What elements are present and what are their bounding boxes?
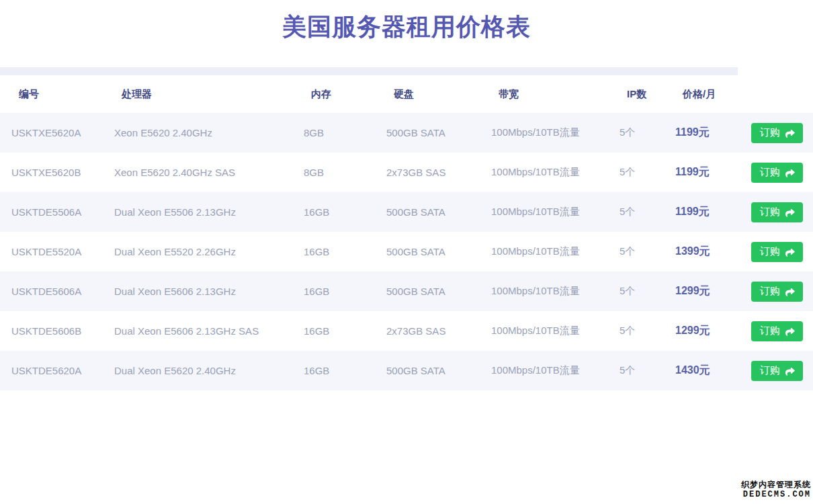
cell-order: 订购 <box>742 192 813 232</box>
cell-server-id: USKTDE5506A <box>0 192 114 232</box>
cell-ram: 16GB <box>304 351 386 390</box>
cell-ip-count: 5个 <box>619 232 675 271</box>
cell-bandwidth: 100Mbps/10TB流量 <box>491 192 619 232</box>
cell-server-id: USKTDE5606A <box>0 271 114 311</box>
cell-cpu: Dual Xeon E5520 2.26GHz <box>114 232 304 271</box>
order-button[interactable]: 订购 <box>751 321 803 341</box>
cell-ip-count: 5个 <box>619 351 675 390</box>
forward-arrow-icon <box>785 168 795 177</box>
cell-cpu: Xeon E5620 2.40GHz SAS <box>114 153 304 192</box>
cell-price: 1199元 <box>675 113 742 153</box>
cell-order: 订购 <box>742 311 813 351</box>
order-button-label: 订购 <box>760 245 780 258</box>
cell-disk: 500GB SATA <box>386 113 491 153</box>
cell-bandwidth: 100Mbps/10TB流量 <box>491 271 619 311</box>
column-header-id: 编号 <box>0 75 114 113</box>
cell-price: 1399元 <box>675 232 742 271</box>
table-row: USKTXE5620A Xeon E5620 2.40GHz 8GB 500GB… <box>0 113 813 153</box>
cell-ip-count: 5个 <box>619 311 675 351</box>
cell-bandwidth: 100Mbps/10TB流量 <box>491 153 619 192</box>
cell-ram: 8GB <box>304 153 386 192</box>
cell-cpu: Dual Xeon E5606 2.13GHz SAS <box>114 311 304 351</box>
cell-bandwidth: 100Mbps/10TB流量 <box>491 351 619 390</box>
cell-server-id: USKTXE5620B <box>0 153 114 192</box>
cell-ram: 16GB <box>304 311 386 351</box>
order-button[interactable]: 订购 <box>751 242 803 262</box>
cell-order: 订购 <box>742 271 813 311</box>
cell-disk: 500GB SATA <box>386 351 491 390</box>
forward-arrow-icon <box>785 287 795 296</box>
table-row: USKTDE5520A Dual Xeon E5520 2.26GHz 16GB… <box>0 232 813 271</box>
table-header-row: 编号 处理器 内存 硬盘 带宽 IP数 价格/月 <box>0 75 813 113</box>
cell-ram: 16GB <box>304 192 386 232</box>
forward-arrow-icon <box>785 327 795 336</box>
table-row: USKTDE5606B Dual Xeon E5606 2.13GHz SAS … <box>0 311 813 351</box>
cell-server-id: USKTDE5620A <box>0 351 114 390</box>
column-header-ram: 内存 <box>304 75 386 113</box>
cell-bandwidth: 100Mbps/10TB流量 <box>491 232 619 271</box>
cell-ram: 16GB <box>304 232 386 271</box>
forward-arrow-icon <box>785 366 795 376</box>
watermark-line2: DEDECMS.COM <box>741 490 811 500</box>
table-row: USKTDE5620A Dual Xeon E5620 2.40GHz 16GB… <box>0 351 813 390</box>
table-row: USKTXE5620B Xeon E5620 2.40GHz SAS 8GB 2… <box>0 153 813 192</box>
cell-cpu: Dual Xeon E5620 2.40GHz <box>114 351 304 390</box>
column-header-price: 价格/月 <box>675 75 742 113</box>
dedecms-watermark: 织梦内容管理系统 DEDECMS.COM <box>741 480 811 500</box>
cell-order: 订购 <box>742 153 813 192</box>
order-button-label: 订购 <box>760 364 780 377</box>
forward-arrow-icon <box>785 247 795 257</box>
cell-server-id: USKTXE5620A <box>0 113 114 153</box>
forward-arrow-icon <box>785 128 795 138</box>
column-header-bandwidth: 带宽 <box>491 75 619 113</box>
column-header-disk: 硬盘 <box>386 75 491 113</box>
cell-ram: 8GB <box>304 113 386 153</box>
cell-cpu: Dual Xeon E5606 2.13GHz <box>114 271 304 311</box>
cell-server-id: USKTDE5606B <box>0 311 114 351</box>
cell-server-id: USKTDE5520A <box>0 232 114 271</box>
cell-bandwidth: 100Mbps/10TB流量 <box>491 113 619 153</box>
cell-ip-count: 5个 <box>619 113 675 153</box>
cell-disk: 500GB SATA <box>386 232 491 271</box>
cell-disk: 500GB SATA <box>386 192 491 232</box>
order-button[interactable]: 订购 <box>751 202 803 222</box>
order-button[interactable]: 订购 <box>751 282 803 302</box>
pricing-table: 编号 处理器 内存 硬盘 带宽 IP数 价格/月 USKTXE5620A Xeo… <box>0 75 813 390</box>
cell-price: 1299元 <box>675 311 742 351</box>
cell-bandwidth: 100Mbps/10TB流量 <box>491 311 619 351</box>
order-button[interactable]: 订购 <box>751 163 803 183</box>
column-header-cpu: 处理器 <box>114 75 304 113</box>
cell-price: 1199元 <box>675 153 742 192</box>
table-row: USKTDE5506A Dual Xeon E5506 2.13GHz 16GB… <box>0 192 813 232</box>
order-button-label: 订购 <box>760 166 780 179</box>
order-button-label: 订购 <box>760 285 780 298</box>
cell-ip-count: 5个 <box>619 192 675 232</box>
cell-disk: 2x73GB SAS <box>386 311 491 351</box>
cell-price: 1299元 <box>675 271 742 311</box>
cell-cpu: Xeon E5620 2.40GHz <box>114 113 304 153</box>
order-button[interactable]: 订购 <box>751 361 803 381</box>
cell-order: 订购 <box>742 351 813 390</box>
column-header-ips: IP数 <box>619 75 675 113</box>
cell-order: 订购 <box>742 232 813 271</box>
watermark-line1: 织梦内容管理系统 <box>741 480 811 490</box>
table-row: USKTDE5606A Dual Xeon E5606 2.13GHz 16GB… <box>0 271 813 311</box>
cell-disk: 2x73GB SAS <box>386 153 491 192</box>
page-title: 美国服务器租用价格表 <box>0 11 813 44</box>
order-button-label: 订购 <box>760 325 780 337</box>
order-button[interactable]: 订购 <box>751 123 803 143</box>
table-top-band <box>0 67 738 75</box>
cell-ram: 16GB <box>304 271 386 311</box>
forward-arrow-icon <box>785 208 795 217</box>
cell-price: 1430元 <box>675 351 742 390</box>
order-button-label: 订购 <box>760 206 780 218</box>
cell-disk: 500GB SATA <box>386 271 491 311</box>
cell-order: 订购 <box>742 113 813 153</box>
cell-price: 1199元 <box>675 192 742 232</box>
column-header-order <box>742 75 813 113</box>
cell-ip-count: 5个 <box>619 271 675 311</box>
cell-cpu: Dual Xeon E5506 2.13GHz <box>114 192 304 232</box>
cell-ip-count: 5个 <box>619 153 675 192</box>
order-button-label: 订购 <box>760 126 780 139</box>
